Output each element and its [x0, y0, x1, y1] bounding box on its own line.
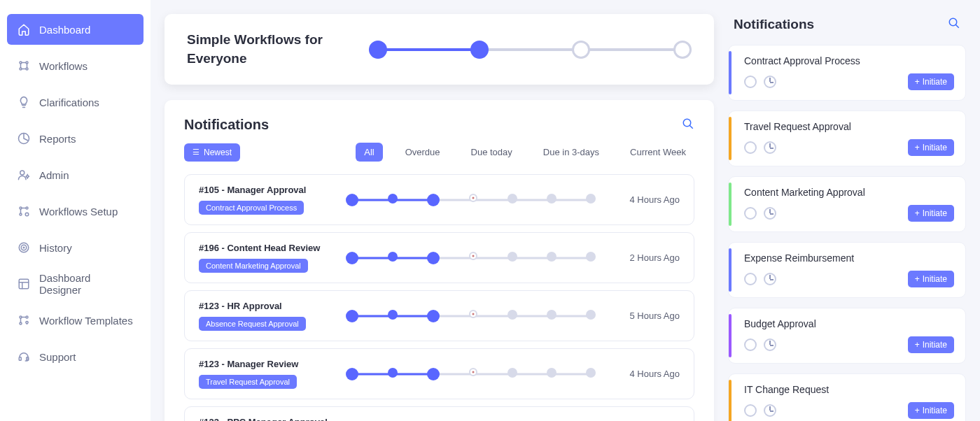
sidebar-item-label: Dashboard Designer [39, 272, 134, 296]
progress-step [469, 368, 477, 376]
initiate-button[interactable]: +Initiate [908, 271, 954, 287]
sort-chip[interactable]: ☰ Newest [184, 143, 240, 162]
workflow-card-name: Travel Request Approval [744, 121, 954, 132]
target-icon [17, 241, 31, 255]
svg-point-13 [23, 247, 24, 248]
notification-row[interactable]: #123 - PPC Manager ApprovalMarketing Cam… [184, 406, 694, 421]
hero-step [470, 41, 489, 59]
clock-icon [764, 207, 776, 220]
initiate-label: Initiate [923, 406, 947, 415]
filter-tab-due-in-3-days[interactable]: Due in 3-days [535, 143, 608, 162]
sidebar-item-support[interactable]: Support [7, 341, 144, 372]
sidebar-item-dashboard-designer[interactable]: Dashboard Designer [7, 269, 144, 299]
progress-step [586, 194, 596, 204]
initiate-label: Initiate [923, 208, 947, 218]
right-column: Notifications Contract Approval Process+… [728, 0, 980, 421]
progress-step [586, 368, 596, 378]
progress-step [547, 252, 556, 262]
notification-left: #123 - Manager ReviewTravel Request Appr… [199, 359, 332, 389]
notification-row[interactable]: #196 - Content Head ReviewContent Market… [184, 232, 694, 283]
hero-step [369, 41, 387, 59]
workflow-card-accent [729, 314, 732, 357]
workflow-card-icons [744, 404, 776, 417]
sidebar-item-clarifications[interactable]: Clarifications [7, 87, 144, 117]
workflow-card-accent [729, 183, 732, 226]
clock-icon [764, 338, 776, 351]
notification-tag: Content Marketing Approval [199, 259, 308, 273]
notification-left: #123 - HR ApprovalAbsence Request Approv… [199, 301, 332, 331]
workflow-card-accent [729, 380, 732, 421]
workflow-card-accent [729, 248, 732, 292]
initiate-label: Initiate [923, 143, 947, 152]
filter-tab-due-today[interactable]: Due today [463, 143, 521, 162]
sidebar-item-history[interactable]: History [7, 232, 144, 263]
hero-card: Simple Workflows for Everyone [164, 14, 714, 85]
progress-step [427, 194, 440, 206]
initiate-button[interactable]: +Initiate [908, 402, 954, 419]
nodes-icon [17, 59, 31, 73]
workflow-card-footer: +Initiate [744, 271, 954, 287]
main: Simple Workflows for Everyone Notificati… [150, 0, 728, 421]
sidebar-item-label: History [39, 242, 72, 254]
notification-time: 5 Hours Ago [610, 311, 680, 321]
svg-point-20 [683, 119, 691, 127]
search-icon[interactable] [948, 17, 960, 32]
notification-row[interactable]: #123 - Manager ReviewTravel Request Appr… [184, 348, 694, 399]
sidebar-item-workflows-setup[interactable]: Workflows Setup [7, 196, 144, 227]
workflow-card-footer: +Initiate [744, 139, 954, 156]
clock-icon [764, 404, 776, 417]
progress-step [427, 252, 440, 264]
initiate-button[interactable]: +Initiate [908, 336, 954, 353]
initiate-label: Initiate [923, 77, 947, 87]
hero-step [572, 41, 590, 59]
workflow-card-name: Expense Reimbursement [744, 252, 954, 264]
svg-rect-18 [19, 357, 21, 361]
hero-title-line1: Simple Workflows for [187, 31, 341, 50]
notification-row[interactable]: #105 - Manager ApprovalContract Approval… [184, 174, 694, 225]
filter-tab-overdue[interactable]: Overdue [397, 143, 449, 162]
progress-step [427, 310, 440, 322]
initiate-button[interactable]: +Initiate [908, 139, 954, 156]
notification-title: #196 - Content Head Review [199, 243, 332, 253]
notifications-head: Notifications [184, 117, 694, 133]
sidebar-item-label: Clarifications [39, 97, 99, 108]
layout-icon [17, 277, 31, 291]
progress-step [427, 368, 440, 380]
sidebar-item-dashboard[interactable]: Dashboard [7, 14, 144, 45]
hero-progress-track [369, 48, 692, 51]
search-icon[interactable] [682, 117, 694, 133]
initiate-button[interactable]: +Initiate [908, 205, 954, 222]
workflow-card-icons [744, 338, 776, 351]
notifications-list: #105 - Manager ApprovalContract Approval… [184, 174, 694, 421]
filter-tabs: AllOverdueDue todayDue in 3-daysCurrent … [356, 143, 694, 162]
sidebar-item-workflows[interactable]: Workflows [7, 50, 144, 81]
plus-icon: + [915, 340, 920, 350]
pie-icon [17, 131, 31, 145]
workflow-card-icons [744, 76, 776, 88]
hero-step [673, 41, 692, 59]
progress-step [346, 252, 358, 264]
initiate-button[interactable]: +Initiate [908, 73, 954, 90]
sidebar-item-label: Support [39, 351, 76, 363]
filter-tab-current-week[interactable]: Current Week [622, 143, 694, 162]
sidebar-item-admin[interactable]: Admin [7, 159, 144, 190]
filter-tab-all[interactable]: All [356, 143, 382, 162]
initiate-label: Initiate [923, 340, 947, 350]
notification-tag: Absence Request Approval [199, 317, 306, 331]
svg-point-5 [20, 171, 24, 175]
workflow-cards: Contract Approval Process+InitiateTravel… [728, 45, 966, 421]
sidebar-item-label: Workflows [39, 60, 88, 72]
notification-time: 2 Hours Ago [610, 252, 680, 263]
workflow-card: IT Change Request+Initiate [728, 373, 966, 421]
clock-icon [764, 273, 776, 285]
bulb-icon [17, 95, 31, 109]
plus-icon: + [915, 77, 920, 87]
circle-icon [744, 338, 757, 351]
progress-step [507, 194, 517, 204]
notification-left: #123 - PPC Manager ApprovalMarketing Cam… [199, 417, 332, 421]
sidebar-item-workflow-templates[interactable]: Workflow Templates [7, 305, 144, 336]
sidebar-item-label: Dashboard [39, 24, 90, 36]
sidebar-item-reports[interactable]: Reports [7, 123, 144, 154]
notification-row[interactable]: #123 - HR ApprovalAbsence Request Approv… [184, 290, 694, 341]
notifications-heading: Notifications [184, 117, 269, 133]
